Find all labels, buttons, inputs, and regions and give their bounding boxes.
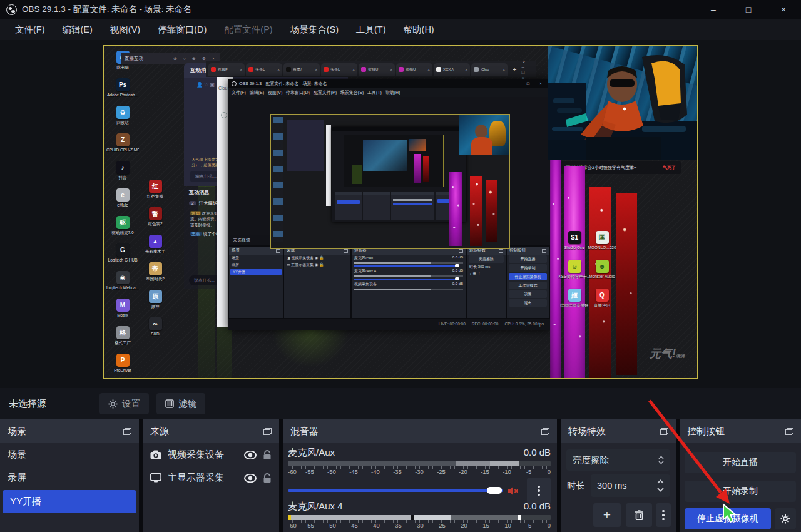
new-tab-button[interactable]: +: [509, 66, 520, 73]
close-button[interactable]: ×: [766, 0, 801, 19]
source-row-video-capture[interactable]: 视频采集设备: [143, 443, 279, 466]
sources-panel-header[interactable]: 来源: [143, 419, 279, 443]
browser-tab[interactable]: 视频F×: [208, 63, 245, 76]
transition-select[interactable]: 亮度擦除: [566, 449, 670, 471]
menu-item-3[interactable]: 停靠窗口(D): [150, 21, 214, 39]
menu-item-2[interactable]: 视图(V): [103, 21, 148, 39]
popout-icon[interactable]: [263, 428, 272, 435]
desktop-icon[interactable]: 红红色警戒: [139, 180, 171, 198]
menu-item-1[interactable]: 编辑(E): [55, 21, 100, 39]
nested-obs-logo-icon: [232, 81, 237, 86]
tick-label: -60: [288, 468, 297, 475]
desktop-icon[interactable]: 驱驱动精灵7.0: [106, 216, 139, 235]
volume-slider[interactable]: [288, 489, 503, 492]
desktop-icon[interactable]: PsAdobe Photosh...: [106, 78, 139, 97]
tab-close-icon[interactable]: ×: [465, 68, 467, 72]
settings-label: 设置: [122, 398, 140, 410]
minimize-button[interactable]: –: [696, 0, 731, 19]
scenes-panel-header[interactable]: 场景: [0, 419, 139, 443]
browser-tab[interactable]: 头条L×: [321, 63, 357, 76]
source-row-display-capture[interactable]: 主显示器采集: [143, 466, 279, 489]
tab-label: 蜜柚U: [368, 67, 378, 73]
spin-up-down-icon[interactable]: [657, 479, 664, 493]
desktop-icon-glyph: 原: [149, 290, 162, 303]
scene-row[interactable]: 录屏: [0, 466, 139, 489]
controls-panel-header[interactable]: 控制按钮: [680, 419, 801, 443]
desktop-icon-glyph: ∞: [149, 317, 162, 330]
transition-options-button[interactable]: [656, 503, 671, 527]
popout-icon[interactable]: [660, 428, 668, 435]
tab-close-icon[interactable]: ×: [503, 68, 505, 72]
browser-tab[interactable]: 头条L×: [246, 63, 282, 76]
popout-icon[interactable]: [123, 428, 131, 435]
mute-speaker-icon[interactable]: [507, 486, 519, 496]
browser-tab[interactable]: XCX入×: [434, 63, 470, 76]
volume-slider-handle[interactable]: [487, 487, 502, 494]
popout-icon[interactable]: [785, 428, 793, 435]
desktop-icon[interactable]: 帝帝国时代2: [139, 262, 171, 281]
tab-favicon: [436, 67, 441, 72]
tab-close-icon[interactable]: ×: [277, 68, 280, 72]
nested-dock-header: 控制按钮: [507, 247, 549, 255]
menu-item-6[interactable]: 工具(T): [349, 21, 394, 39]
virtual-camera-settings-button[interactable]: [775, 508, 796, 529]
desktop-icon[interactable]: ◉Logitech Webca...: [106, 271, 139, 290]
start-recording-button[interactable]: 开始录制: [685, 481, 796, 502]
program-preview[interactable]: ▭此电脑PsAdobe Photosh...♻回收站ZCPUID CPU-Z M…: [103, 45, 698, 379]
browser-tab[interactable]: 白鹭厂×: [283, 63, 320, 76]
desktop-icon[interactable]: Q直播伴侣: [586, 289, 618, 307]
add-transition-button[interactable]: +: [593, 503, 621, 527]
browser-tab[interactable]: iClou×: [471, 63, 508, 76]
desktop-icon[interactable]: 原原神: [139, 290, 171, 309]
mixer-channel-db: 0.0 dB: [524, 501, 551, 513]
eye-icon[interactable]: [244, 451, 257, 459]
scene-row[interactable]: 场景: [0, 443, 139, 466]
desktop-icon[interactable]: ZCPUID CPU-Z MSI: [106, 133, 139, 152]
lock-icon[interactable]: [263, 473, 272, 483]
menu-item-7[interactable]: 帮助(H): [396, 21, 442, 39]
menu-item-4[interactable]: 配置文件(P): [217, 21, 280, 39]
tab-close-icon[interactable]: ×: [352, 68, 355, 72]
desktop-icon[interactable]: ∞SKD: [139, 317, 171, 336]
mixer-panel-header[interactable]: 混音器: [283, 419, 557, 443]
browser-window-buttons[interactable]: ⌄ – □ ×: [521, 58, 533, 81]
maximize-button[interactable]: □: [731, 0, 766, 19]
lock-icon[interactable]: [263, 450, 272, 460]
desktop-icon[interactable]: PProDriver: [106, 354, 139, 372]
duration-spinbox[interactable]: 300 ms: [591, 474, 670, 497]
tab-close-icon[interactable]: ×: [390, 68, 392, 72]
gift-badge: 2: [189, 201, 196, 205]
desktop-icon[interactable]: ♻回收站: [106, 106, 139, 125]
menu-item-5[interactable]: 场景集合(S): [283, 21, 346, 39]
tab-close-icon[interactable]: ×: [427, 68, 430, 72]
desktop-icon[interactable]: GLogitech G HUB: [106, 243, 139, 262]
nested-obs-window[interactable]: OBS 29.1.3 - 配置文件: 未命名 - 场景: 未命名 – □ × 文…: [228, 79, 550, 330]
eye-icon[interactable]: [244, 474, 257, 483]
desktop-icon[interactable]: ☻Monster Audio: [586, 260, 618, 279]
desktop-icon[interactable]: 格格式工厂: [106, 326, 139, 345]
desktop-icon[interactable]: ▲光影魔术手: [139, 235, 171, 253]
controls-panel: 控制按钮 开始直播 开始录制 停止虚拟摄像机: [680, 419, 801, 532]
popout-icon[interactable]: [541, 428, 549, 435]
desktop-icon[interactable]: 匡MOONLO...520: [586, 231, 618, 250]
desktop-icon[interactable]: eeMule: [106, 188, 139, 207]
mini-chat-window: [287, 120, 324, 171]
tab-close-icon[interactable]: ×: [315, 68, 317, 72]
browser-tab[interactable]: 蜜柚U×: [359, 63, 395, 76]
transitions-panel-header[interactable]: 转场特效: [561, 419, 676, 443]
danmaku-highlight: 气死了: [663, 165, 676, 171]
tab-close-icon[interactable]: ×: [240, 68, 242, 72]
source-filters-button[interactable]: 滤镜: [156, 393, 205, 414]
start-streaming-button[interactable]: 开始直播: [685, 452, 796, 473]
desktop-icon[interactable]: MMotrix: [106, 299, 139, 317]
desktop-icon[interactable]: ♪抖音: [106, 161, 139, 180]
nested-duration: 时长 300 ms: [467, 263, 506, 270]
remove-transition-button[interactable]: [626, 503, 652, 527]
mixer-options-button[interactable]: [527, 478, 551, 504]
desktop-icon[interactable]: 警红色警2: [139, 207, 171, 226]
scene-row[interactable]: YY开播: [3, 490, 136, 513]
browser-tab[interactable]: 蜜柚U×: [396, 63, 432, 76]
menu-item-0[interactable]: 文件(F): [8, 21, 53, 39]
source-settings-button[interactable]: 设置: [99, 393, 149, 414]
stop-virtual-camera-button[interactable]: 停止虚拟摄像机: [685, 508, 771, 529]
